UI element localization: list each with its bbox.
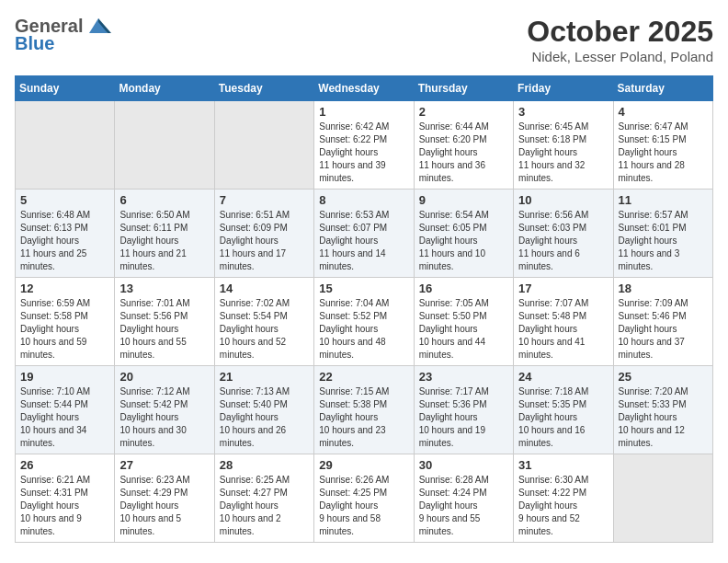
calendar-cell: 18Sunrise: 7:09 AMSunset: 5:46 PMDayligh… bbox=[613, 278, 712, 366]
day-number: 31 bbox=[518, 458, 608, 472]
calendar-week-row: 1Sunrise: 6:42 AMSunset: 6:22 PMDaylight… bbox=[16, 101, 713, 190]
cell-content: Sunrise: 6:54 AMSunset: 6:05 PMDaylight … bbox=[419, 209, 508, 273]
weekday-header: Friday bbox=[514, 76, 613, 101]
calendar-cell: 22Sunrise: 7:15 AMSunset: 5:38 PMDayligh… bbox=[314, 366, 414, 454]
calendar-cell: 7Sunrise: 6:51 AMSunset: 6:09 PMDaylight… bbox=[214, 190, 313, 278]
day-number: 1 bbox=[319, 105, 408, 119]
day-number: 9 bbox=[419, 193, 508, 207]
day-number: 26 bbox=[20, 458, 109, 472]
cell-content: Sunrise: 6:47 AMSunset: 6:15 PMDaylight … bbox=[619, 121, 708, 185]
day-number: 18 bbox=[619, 282, 708, 295]
calendar-cell: 17Sunrise: 7:07 AMSunset: 5:48 PMDayligh… bbox=[514, 278, 613, 366]
weekday-header-row: SundayMondayTuesdayWednesdayThursdayFrid… bbox=[16, 76, 713, 101]
day-number: 5 bbox=[20, 193, 109, 207]
calendar-cell: 20Sunrise: 7:12 AMSunset: 5:42 PMDayligh… bbox=[115, 366, 214, 454]
weekday-header: Sunday bbox=[16, 76, 115, 101]
calendar-cell: 12Sunrise: 6:59 AMSunset: 5:58 PMDayligh… bbox=[16, 278, 115, 366]
logo: General Blue bbox=[15, 15, 111, 53]
calendar-cell: 29Sunrise: 6:26 AMSunset: 4:25 PMDayligh… bbox=[314, 454, 414, 543]
calendar-cell bbox=[16, 101, 115, 190]
cell-content: Sunrise: 7:10 AMSunset: 5:44 PMDaylight … bbox=[20, 385, 109, 450]
cell-content: Sunrise: 7:20 AMSunset: 5:33 PMDaylight … bbox=[619, 385, 708, 450]
cell-content: Sunrise: 7:18 AMSunset: 5:35 PMDaylight … bbox=[518, 385, 608, 450]
calendar-cell: 5Sunrise: 6:48 AMSunset: 6:13 PMDaylight… bbox=[16, 190, 115, 278]
cell-content: Sunrise: 6:50 AMSunset: 6:11 PMDaylight … bbox=[119, 209, 209, 273]
cell-content: Sunrise: 6:53 AMSunset: 6:07 PMDaylight … bbox=[319, 209, 408, 273]
calendar-cell: 6Sunrise: 6:50 AMSunset: 6:11 PMDaylight… bbox=[115, 190, 214, 278]
day-number: 13 bbox=[119, 282, 209, 295]
calendar-cell: 1Sunrise: 6:42 AMSunset: 6:22 PMDaylight… bbox=[314, 101, 414, 190]
calendar-cell: 13Sunrise: 7:01 AMSunset: 5:56 PMDayligh… bbox=[115, 278, 214, 366]
calendar-cell bbox=[613, 454, 712, 543]
day-number: 29 bbox=[319, 458, 408, 472]
calendar-cell: 10Sunrise: 6:56 AMSunset: 6:03 PMDayligh… bbox=[514, 190, 613, 278]
logo-icon bbox=[85, 15, 111, 37]
calendar-cell: 21Sunrise: 7:13 AMSunset: 5:40 PMDayligh… bbox=[214, 366, 313, 454]
cell-content: Sunrise: 7:04 AMSunset: 5:52 PMDaylight … bbox=[319, 297, 408, 362]
calendar-cell: 30Sunrise: 6:28 AMSunset: 4:24 PMDayligh… bbox=[414, 454, 513, 543]
cell-content: Sunrise: 6:25 AMSunset: 4:27 PMDaylight … bbox=[220, 474, 309, 538]
day-number: 6 bbox=[119, 193, 209, 207]
weekday-header: Tuesday bbox=[214, 76, 313, 101]
calendar-cell: 23Sunrise: 7:17 AMSunset: 5:36 PMDayligh… bbox=[414, 366, 513, 454]
day-number: 16 bbox=[419, 282, 508, 295]
calendar-cell: 4Sunrise: 6:47 AMSunset: 6:15 PMDaylight… bbox=[613, 101, 712, 190]
cell-content: Sunrise: 6:28 AMSunset: 4:24 PMDaylight … bbox=[419, 474, 508, 538]
calendar-cell: 2Sunrise: 6:44 AMSunset: 6:20 PMDaylight… bbox=[414, 101, 513, 190]
day-number: 27 bbox=[119, 458, 209, 472]
day-number: 3 bbox=[518, 105, 608, 119]
calendar-cell bbox=[214, 101, 313, 190]
day-number: 2 bbox=[419, 105, 508, 119]
cell-content: Sunrise: 6:21 AMSunset: 4:31 PMDaylight … bbox=[20, 474, 109, 538]
cell-content: Sunrise: 7:15 AMSunset: 5:38 PMDaylight … bbox=[319, 385, 408, 450]
calendar-cell: 26Sunrise: 6:21 AMSunset: 4:31 PMDayligh… bbox=[16, 454, 115, 543]
cell-content: Sunrise: 7:02 AMSunset: 5:54 PMDaylight … bbox=[220, 297, 309, 362]
day-number: 10 bbox=[518, 193, 608, 207]
cell-content: Sunrise: 6:56 AMSunset: 6:03 PMDaylight … bbox=[518, 209, 608, 273]
title-block: October 2025 Nidek, Lesser Poland, Polan… bbox=[527, 15, 713, 64]
day-number: 30 bbox=[419, 458, 508, 472]
day-number: 8 bbox=[319, 193, 408, 207]
calendar-cell: 11Sunrise: 6:57 AMSunset: 6:01 PMDayligh… bbox=[613, 190, 712, 278]
weekday-header: Monday bbox=[115, 76, 214, 101]
weekday-header: Thursday bbox=[414, 76, 513, 101]
day-number: 22 bbox=[319, 370, 408, 384]
day-number: 7 bbox=[220, 193, 309, 207]
cell-content: Sunrise: 6:23 AMSunset: 4:29 PMDaylight … bbox=[119, 474, 209, 538]
cell-content: Sunrise: 6:59 AMSunset: 5:58 PMDaylight … bbox=[20, 297, 109, 362]
cell-content: Sunrise: 6:57 AMSunset: 6:01 PMDaylight … bbox=[619, 209, 708, 273]
day-number: 11 bbox=[619, 193, 708, 207]
page-header: General Blue October 2025 Nidek, Lesser … bbox=[15, 15, 713, 64]
cell-content: Sunrise: 7:13 AMSunset: 5:40 PMDaylight … bbox=[220, 385, 309, 450]
calendar-cell: 28Sunrise: 6:25 AMSunset: 4:27 PMDayligh… bbox=[214, 454, 313, 543]
location-title: Nidek, Lesser Poland, Poland bbox=[527, 49, 713, 64]
weekday-header: Saturday bbox=[613, 76, 712, 101]
day-number: 24 bbox=[518, 370, 608, 384]
calendar-cell bbox=[115, 101, 214, 190]
cell-content: Sunrise: 7:01 AMSunset: 5:56 PMDaylight … bbox=[119, 297, 209, 362]
calendar-cell: 3Sunrise: 6:45 AMSunset: 6:18 PMDaylight… bbox=[514, 101, 613, 190]
calendar-cell: 15Sunrise: 7:04 AMSunset: 5:52 PMDayligh… bbox=[314, 278, 414, 366]
cell-content: Sunrise: 6:26 AMSunset: 4:25 PMDaylight … bbox=[319, 474, 408, 538]
month-title: October 2025 bbox=[527, 15, 713, 49]
day-number: 4 bbox=[619, 105, 708, 119]
calendar-week-row: 26Sunrise: 6:21 AMSunset: 4:31 PMDayligh… bbox=[16, 454, 713, 543]
cell-content: Sunrise: 6:48 AMSunset: 6:13 PMDaylight … bbox=[20, 209, 109, 273]
calendar-cell: 16Sunrise: 7:05 AMSunset: 5:50 PMDayligh… bbox=[414, 278, 513, 366]
cell-content: Sunrise: 6:44 AMSunset: 6:20 PMDaylight … bbox=[419, 121, 508, 185]
cell-content: Sunrise: 6:42 AMSunset: 6:22 PMDaylight … bbox=[319, 121, 408, 185]
calendar-cell: 19Sunrise: 7:10 AMSunset: 5:44 PMDayligh… bbox=[16, 366, 115, 454]
calendar-cell: 27Sunrise: 6:23 AMSunset: 4:29 PMDayligh… bbox=[115, 454, 214, 543]
day-number: 15 bbox=[319, 282, 408, 295]
day-number: 28 bbox=[220, 458, 309, 472]
calendar-cell: 31Sunrise: 6:30 AMSunset: 4:22 PMDayligh… bbox=[514, 454, 613, 543]
day-number: 20 bbox=[119, 370, 209, 384]
calendar-cell: 14Sunrise: 7:02 AMSunset: 5:54 PMDayligh… bbox=[214, 278, 313, 366]
calendar-week-row: 12Sunrise: 6:59 AMSunset: 5:58 PMDayligh… bbox=[16, 278, 713, 366]
day-number: 17 bbox=[518, 282, 608, 295]
calendar-cell: 9Sunrise: 6:54 AMSunset: 6:05 PMDaylight… bbox=[414, 190, 513, 278]
weekday-header: Wednesday bbox=[314, 76, 414, 101]
calendar-week-row: 19Sunrise: 7:10 AMSunset: 5:44 PMDayligh… bbox=[16, 366, 713, 454]
day-number: 25 bbox=[619, 370, 708, 384]
calendar-cell: 8Sunrise: 6:53 AMSunset: 6:07 PMDaylight… bbox=[314, 190, 414, 278]
